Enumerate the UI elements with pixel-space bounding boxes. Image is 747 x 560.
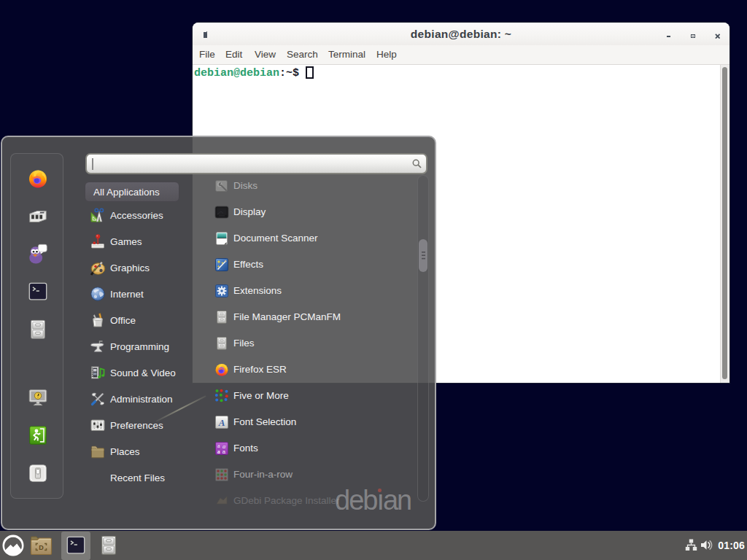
svg-text:a: a bbox=[217, 448, 220, 455]
svg-text:A: A bbox=[218, 417, 225, 428]
svg-text:a: a bbox=[222, 448, 226, 455]
svg-text:D: D bbox=[39, 544, 44, 551]
